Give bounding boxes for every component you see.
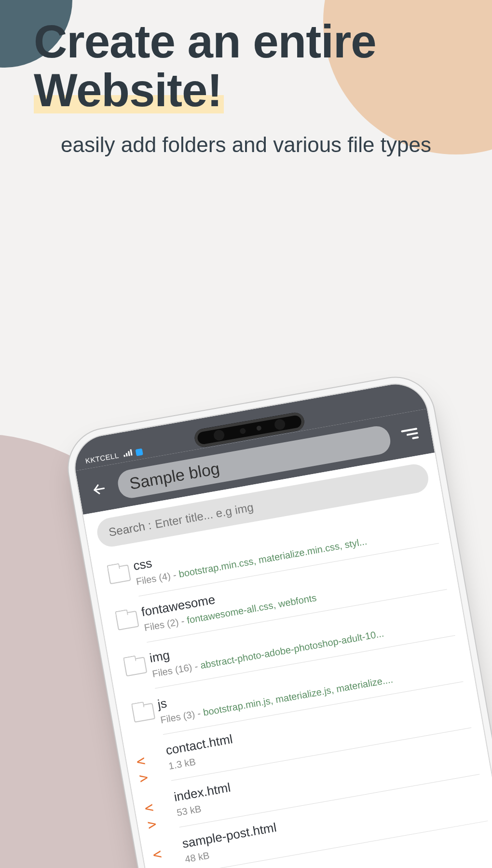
app-screen: KKTCELL Sample blog Search : (70, 379, 492, 868)
signal-icon (123, 448, 133, 458)
folder-icon (126, 697, 160, 723)
hero-headline-highlight: Website! (34, 64, 224, 116)
shield-icon (136, 448, 143, 456)
sort-button[interactable] (396, 421, 424, 448)
folder-icon (110, 605, 144, 631)
sort-icon (401, 428, 419, 441)
hero: Create an entire Website! easily add fol… (34, 17, 458, 159)
arrow-left-icon (91, 481, 108, 498)
hero-headline: Create an entire Website! (34, 17, 458, 115)
phone-device: KKTCELL Sample blog Search : (70, 379, 492, 868)
hero-headline-line1: Create an entire (34, 15, 376, 67)
folder-icon (102, 559, 136, 585)
carrier-label: KKTCELL (85, 451, 120, 465)
search-label: Search : (108, 518, 152, 539)
file-list: cssFiles (4) - bootstrap.min.css, materi… (91, 495, 492, 868)
back-button[interactable] (87, 477, 111, 502)
hero-subline: easily add folders and various file type… (34, 130, 458, 159)
folder-icon (118, 651, 152, 677)
